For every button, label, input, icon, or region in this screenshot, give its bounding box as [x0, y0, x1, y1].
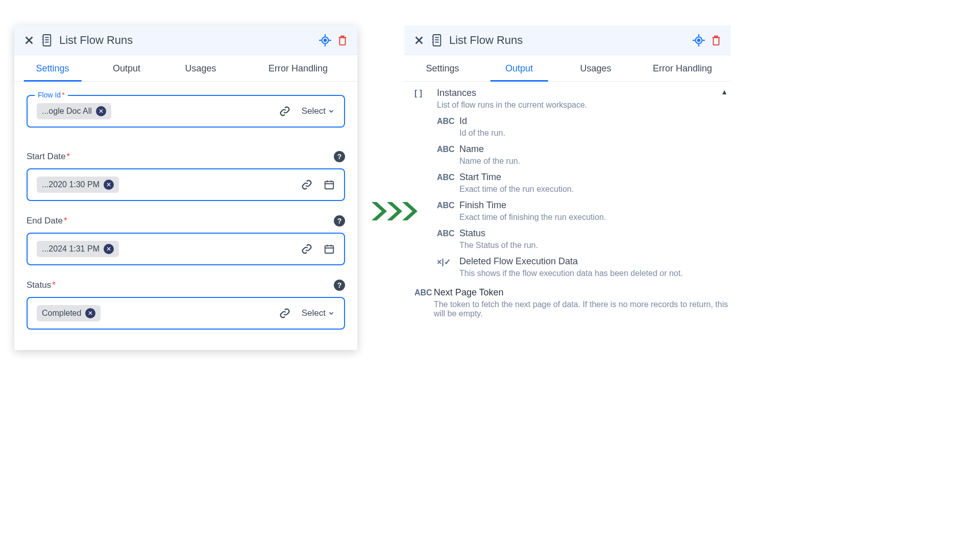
tab-error[interactable]: Error Handling: [634, 55, 731, 81]
target-icon[interactable]: [690, 32, 707, 49]
svg-point-33: [698, 39, 700, 41]
tab-error[interactable]: Error Handling: [239, 55, 357, 81]
chip-start-date[interactable]: ...2020 1:30 PM ✕: [37, 177, 119, 193]
type-icon: ABC: [437, 116, 459, 138]
tab-output[interactable]: Output: [481, 55, 557, 81]
array-icon: [ ]: [414, 88, 437, 110]
start-date-input[interactable]: ...2020 1:30 PM ✕: [27, 168, 345, 201]
help-icon[interactable]: ?: [334, 280, 345, 291]
tabs: Settings Output Usages Error Handling: [404, 55, 731, 82]
tab-usages[interactable]: Usages: [162, 55, 239, 81]
start-date-label: Start Date* ?: [27, 151, 345, 162]
link-icon[interactable]: [301, 179, 312, 190]
tab-output[interactable]: Output: [91, 55, 162, 81]
type-icon: ABC: [437, 172, 459, 194]
end-date-label: End Date* ?: [27, 215, 345, 227]
output-next-token: ABC Next Page Token The token to fetch t…: [414, 284, 731, 321]
panel-header: List Flow Runs: [404, 26, 731, 55]
collapse-icon[interactable]: ▲: [721, 88, 731, 110]
close-icon[interactable]: [410, 32, 428, 49]
output-property: ABCIdId of the run.: [437, 113, 731, 141]
svg-point-10: [324, 39, 326, 41]
flow-id-input[interactable]: Flow Id* ...ogle Doc All ✕ Select: [27, 95, 345, 128]
target-icon[interactable]: [316, 32, 334, 49]
output-property: ABCStatusThe Status of the run.: [437, 225, 731, 253]
status-label: Status* ?: [27, 280, 345, 291]
panel-title: List Flow Runs: [449, 34, 690, 47]
calendar-icon[interactable]: [324, 243, 335, 255]
output-property: ABCNameName of the run.: [437, 141, 731, 169]
chip-remove-icon[interactable]: ✕: [104, 180, 114, 190]
delete-icon[interactable]: [707, 32, 725, 49]
panel-output: List Flow Runs Settings Output Usages Er…: [404, 26, 731, 327]
status-input[interactable]: Completed ✕ Select: [27, 297, 345, 330]
tab-usages[interactable]: Usages: [557, 55, 634, 81]
select-dropdown[interactable]: Select: [302, 106, 335, 116]
end-date-input[interactable]: ...2024 1:31 PM ✕: [27, 233, 345, 265]
help-icon[interactable]: ?: [334, 151, 345, 162]
chip-remove-icon[interactable]: ✕: [96, 106, 106, 116]
output-property: ABCFinish TimeExact time of finishing th…: [437, 197, 731, 225]
panel-title: List Flow Runs: [59, 34, 316, 47]
type-icon: ABC: [437, 144, 459, 166]
chip-remove-icon[interactable]: ✕: [85, 308, 95, 318]
select-dropdown[interactable]: Select: [302, 308, 335, 318]
link-icon[interactable]: [279, 106, 290, 117]
tabs: Settings Output Usages Error Handling: [14, 55, 357, 82]
type-icon: ABC: [437, 200, 459, 222]
chip-flow-id[interactable]: ...ogle Doc All ✕: [37, 103, 111, 119]
output-root[interactable]: [ ] Instances List of flow runs in the c…: [414, 85, 731, 113]
output-property: ABCStart TimeExact time of the run execu…: [437, 169, 731, 197]
svg-rect-19: [325, 246, 334, 254]
tab-settings[interactable]: Settings: [14, 55, 91, 81]
delete-icon[interactable]: [334, 32, 351, 49]
notebook-icon: [38, 32, 55, 49]
chip-remove-icon[interactable]: ✕: [104, 244, 114, 254]
notebook-icon: [428, 32, 445, 49]
type-icon: ×|✓: [437, 256, 459, 278]
tab-settings[interactable]: Settings: [404, 55, 481, 81]
link-icon[interactable]: [301, 243, 312, 255]
flow-id-label: Flow Id*: [35, 91, 68, 99]
close-icon[interactable]: [20, 32, 38, 49]
type-icon: ABC: [437, 228, 459, 250]
output-property: ×|✓Deleted Flow Execution DataThis shows…: [437, 253, 731, 281]
chip-end-date[interactable]: ...2024 1:31 PM ✕: [37, 241, 119, 257]
link-icon[interactable]: [279, 308, 290, 319]
type-string-icon: ABC: [414, 287, 434, 318]
panel-header: List Flow Runs: [14, 26, 357, 55]
panel-settings: List Flow Runs Settings Output Usages Er…: [14, 26, 357, 350]
calendar-icon[interactable]: [324, 179, 335, 190]
help-icon[interactable]: ?: [334, 215, 345, 227]
svg-rect-15: [325, 182, 334, 189]
chip-status[interactable]: Completed ✕: [37, 305, 101, 321]
